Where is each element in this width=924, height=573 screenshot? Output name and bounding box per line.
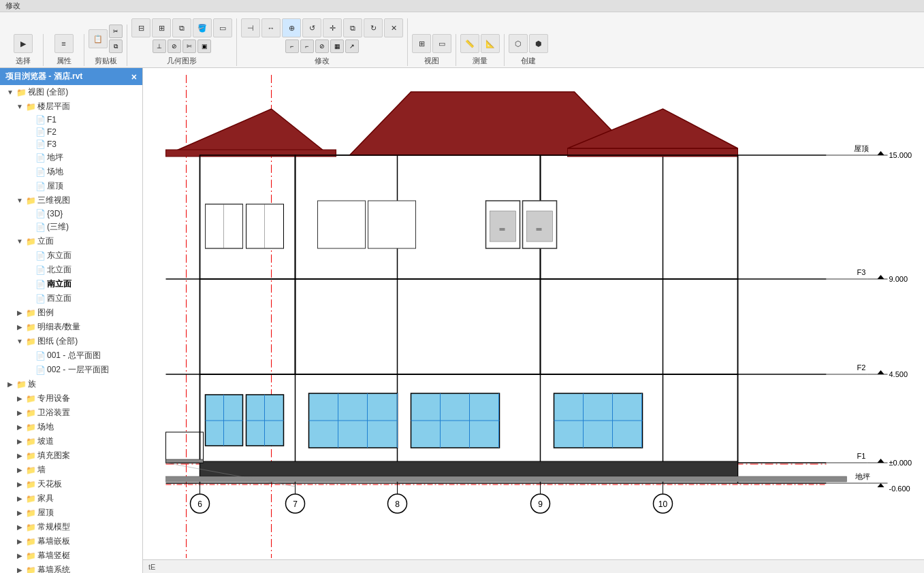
drawing-canvas-area[interactable]: 15.000 屋顶 9.000 F3 4.500 F2 ±0.000 F1 [143,68,924,573]
tab-modify[interactable]: 修改 [5,1,20,11]
expand-icon-schedules[interactable]: ▶ [15,323,25,332]
sidebar-item-label-east: 东立面 [47,250,71,261]
sidebar-item-legends[interactable]: ▶📁图例 [0,306,142,320]
extend-tool[interactable]: ⌐ [300,39,314,53]
sidebar-item-elevations[interactable]: ▼📁立面 [0,234,142,248]
expand-icon-curtain-system[interactable]: ▶ [15,566,25,574]
sidebar-item-bathroom[interactable]: ▶📁卫浴装置 [0,406,142,420]
view2-tool[interactable]: ▭ [432,34,451,53]
connect-cut-tool[interactable]: ⊟ [131,18,150,37]
measure2-tool[interactable]: 📐 [481,34,500,53]
create-tool[interactable]: ⬡ [509,34,528,53]
sidebar-item-ramp[interactable]: ▶📁坡道 [0,434,142,448]
sidebar-item-curtain-system[interactable]: ▶📁幕墙系统 [0,563,142,573]
sidebar-item-roof[interactable]: 📄屋顶 [0,179,142,193]
copy-tool[interactable]: ⧉ [109,39,123,53]
array-tool[interactable]: ▦ [330,39,344,53]
sidebar-item-sheet-002[interactable]: 📄002 - 一层平面图 [0,363,142,377]
leaf-icon: 📄 [35,265,45,275]
expand-icon-elevations[interactable]: ▼ [15,237,25,246]
paint-tool[interactable]: 🪣 [193,18,212,37]
join2-tool[interactable]: ▣ [197,39,211,53]
sidebar-item-label-f2: F2 [47,127,57,137]
trim-tool[interactable]: ⌐ [285,39,299,53]
sidebar-item-furniture[interactable]: ▶📁家具 [0,491,142,506]
sidebar-item-label-3d-three: (三维) [47,221,69,233]
join-tool[interactable]: ⊞ [152,18,171,37]
sidebar-item-south[interactable]: 📄南立面 [0,277,142,291]
expand-icon-generic-model[interactable]: ▶ [15,523,25,532]
sidebar-item-curtain-mullion[interactable]: ▶📁幕墙竖梃 [0,549,142,563]
align2-tool[interactable]: ⊥ [153,39,166,53]
sidebar-item-curtain-panel[interactable]: ▶📁幕墙嵌板 [0,534,142,549]
sidebar-item-f3[interactable]: 📄F3 [0,138,142,150]
offset-tool[interactable]: ↔ [261,18,281,37]
expand-icon-roof2[interactable]: ▶ [15,508,25,518]
sidebar-item-west[interactable]: 📄西立面 [0,291,142,306]
delete-tool[interactable]: ✕ [384,18,403,37]
sidebar-item-generic-model[interactable]: ▶📁常规模型 [0,520,142,534]
sidebar-item-site[interactable]: 📄场地 [0,165,142,179]
sidebar-close-button[interactable]: × [131,71,137,82]
move-tool[interactable]: ✛ [323,18,342,37]
split2-tool[interactable]: ⊘ [315,39,329,53]
expand-icon-legends[interactable]: ▶ [15,308,25,318]
create2-tool[interactable]: ⬢ [529,34,548,53]
mirror-pick-tool[interactable]: ⊕ [282,18,301,37]
split-face-tool[interactable]: ⧉ [172,18,191,37]
mirror-draw-tool[interactable]: ↺ [302,18,321,37]
sidebar-item-north[interactable]: 📄北立面 [0,263,142,277]
expand-icon-site2[interactable]: ▶ [15,423,25,432]
sidebar-item-f1[interactable]: 📄F1 [0,114,142,126]
sidebar-item-sheets[interactable]: ▼📁图纸 (全部) [0,334,142,348]
wall-by-face-tool[interactable]: ▭ [213,18,232,37]
sidebar-item-floor-plans[interactable]: ▼📁楼层平面 [0,99,142,114]
expand-icon-ramp[interactable]: ▶ [15,437,25,446]
svg-rect-38 [537,228,542,231]
sidebar-item-ground[interactable]: 📄地坪 [0,150,142,165]
rotate-tool[interactable]: ↻ [364,18,383,37]
expand-icon-sheets[interactable]: ▼ [15,337,25,346]
paste-tool[interactable]: 📋 [89,29,108,48]
expand-icon-floor-plans[interactable]: ▼ [15,102,25,112]
sidebar-item-site2[interactable]: ▶📁场地 [0,420,142,434]
sidebar-item-east[interactable]: 📄东立面 [0,248,142,263]
sidebar-item-wall[interactable]: ▶📁墙 [0,463,142,477]
copy2-tool[interactable]: ⧉ [343,18,362,37]
properties-tool[interactable]: ≡ [54,34,74,53]
expand-icon-curtain-mullion[interactable]: ▶ [15,551,25,561]
select-tool[interactable]: ▶ [14,34,33,53]
sidebar-item-sheet-001[interactable]: 📄001 - 总平面图 [0,348,142,363]
folder-icon: 📁 [26,337,35,346]
sidebar-item-schedules[interactable]: ▶📁明细表/数量 [0,320,142,334]
expand-icon-curtain-panel[interactable]: ▶ [15,537,25,546]
toolbar-group-create: ⬡ ⬢ 创建 [505,34,552,66]
expand-icon-special-equip[interactable]: ▶ [15,394,25,404]
sidebar-item-fill-pattern[interactable]: ▶📁填充图案 [0,448,142,463]
measure-tool[interactable]: 📏 [460,34,479,53]
split-tool[interactable]: ⊘ [168,39,181,53]
sidebar-item-f2[interactable]: 📄F2 [0,126,142,138]
svg-rect-35 [490,211,516,242]
scale-tool[interactable]: ↗ [345,39,359,53]
view-tool[interactable]: ⊞ [412,34,431,53]
sidebar-item-ceiling[interactable]: ▶📁天花板 [0,477,142,491]
expand-icon-bathroom[interactable]: ▶ [15,408,25,418]
sidebar-item-families[interactable]: ▶📁族 [0,377,142,391]
expand-icon-views[interactable]: ▼ [5,88,15,97]
align-tool[interactable]: ⊣ [241,18,260,37]
expand-icon-wall[interactable]: ▶ [15,465,25,475]
sidebar-item-views[interactable]: ▼📁视图 (全部) [0,85,142,99]
sidebar-item-roof2[interactable]: ▶📁屋顶 [0,506,142,520]
expand-icon-3d-views[interactable]: ▼ [15,196,25,206]
cut-tool[interactable]: ✂ [109,24,123,38]
sidebar-item-3d-three[interactable]: 📄(三维) [0,220,142,234]
cut-geo-tool[interactable]: ✄ [182,39,196,53]
sidebar-item-3d-views[interactable]: ▼📁三维视图 [0,193,142,208]
expand-icon-fill-pattern[interactable]: ▶ [15,451,25,461]
expand-icon-ceiling[interactable]: ▶ [15,480,25,489]
expand-icon-families[interactable]: ▶ [5,380,15,389]
sidebar-item-3d[interactable]: 📄{3D} [0,208,142,220]
sidebar-item-special-equip[interactable]: ▶📁专用设备 [0,391,142,406]
expand-icon-furniture[interactable]: ▶ [15,494,25,504]
